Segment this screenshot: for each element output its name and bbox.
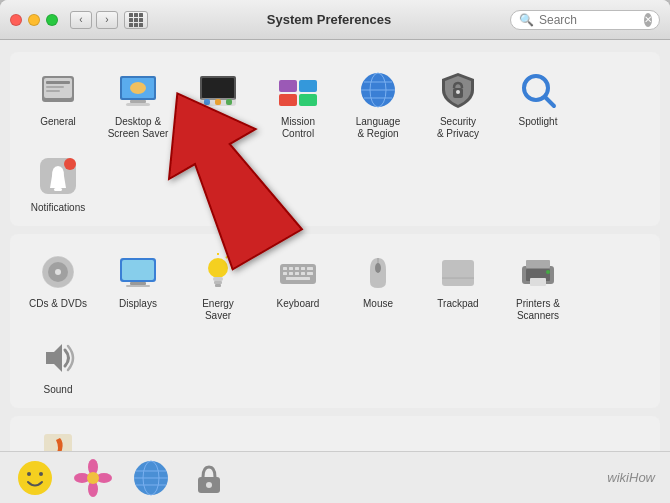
svg-point-40 [208, 258, 228, 278]
dock-label: Dock [207, 116, 230, 128]
pref-item-mission-control[interactable]: MissionControl [260, 62, 336, 144]
bottom-icon-flower [73, 458, 113, 498]
window-title: System Preferences [148, 12, 510, 27]
system-preferences-window: ‹ › System Preferences 🔍 ✕ [0, 0, 670, 503]
pref-item-language-region[interactable]: Language& Region [340, 62, 416, 144]
svg-point-67 [546, 270, 550, 274]
pref-item-notifications[interactable]: Notifications [20, 148, 96, 218]
svg-point-30 [64, 158, 76, 170]
svg-point-85 [18, 461, 52, 495]
pref-item-security-privacy[interactable]: Security& Privacy [420, 62, 496, 144]
svg-point-34 [55, 269, 61, 275]
search-icon: 🔍 [519, 13, 534, 27]
general-icon [36, 68, 80, 112]
pref-item-energy-saver[interactable]: EnergySaver [180, 244, 256, 326]
pref-item-trackpad[interactable]: Trackpad [420, 244, 496, 326]
clear-search-button[interactable]: ✕ [644, 13, 652, 27]
bottom-bar: wikiHow [0, 451, 670, 503]
svg-line-45 [226, 256, 228, 258]
spotlight-icon [516, 68, 560, 112]
hardware-section: CDs & DVDs Displays [10, 234, 660, 408]
mouse-icon [356, 250, 400, 294]
notifications-label: Notifications [31, 202, 85, 214]
language-region-icon [356, 68, 400, 112]
wikihow-watermark: wikiHow [607, 470, 655, 485]
pref-item-printers-scanners[interactable]: Printers &Scanners [500, 244, 576, 326]
svg-rect-43 [215, 284, 221, 287]
svg-rect-57 [307, 272, 313, 275]
pref-item-keyboard[interactable]: Keyboard [260, 244, 336, 326]
svg-point-9 [130, 82, 146, 94]
svg-rect-42 [214, 281, 222, 284]
svg-rect-13 [204, 99, 210, 105]
pref-item-sound[interactable]: Sound [20, 330, 96, 400]
cds-dvds-label: CDs & DVDs [29, 298, 87, 310]
svg-rect-4 [46, 90, 60, 92]
svg-point-100 [206, 482, 212, 488]
bottom-icon-smiley [15, 458, 55, 498]
svg-line-28 [545, 97, 554, 106]
svg-point-86 [27, 472, 31, 476]
pref-item-desktop-screen-saver[interactable]: Desktop &Screen Saver [100, 62, 176, 144]
pref-item-spotlight[interactable]: Spotlight [500, 62, 576, 144]
energy-saver-label: EnergySaver [202, 298, 234, 322]
trackpad-label: Trackpad [437, 298, 478, 310]
pref-item-mouse[interactable]: Mouse [340, 244, 416, 326]
svg-rect-61 [442, 260, 474, 286]
svg-rect-49 [289, 267, 293, 270]
close-button[interactable] [10, 14, 22, 26]
svg-rect-58 [286, 277, 310, 280]
pref-item-general[interactable]: General [20, 62, 96, 144]
spotlight-label: Spotlight [519, 116, 558, 128]
mission-control-icon [276, 68, 320, 112]
notifications-icon [36, 154, 80, 198]
svg-rect-55 [295, 272, 299, 275]
fullscreen-button[interactable] [46, 14, 58, 26]
svg-rect-37 [122, 260, 154, 280]
svg-rect-7 [130, 100, 146, 103]
minimize-button[interactable] [28, 14, 40, 26]
svg-rect-66 [530, 278, 546, 286]
svg-rect-19 [299, 94, 317, 106]
printers-scanners-label: Printers &Scanners [516, 298, 560, 322]
search-bar[interactable]: 🔍 ✕ [510, 10, 660, 30]
pref-item-displays[interactable]: Displays [100, 244, 176, 326]
svg-rect-53 [283, 272, 287, 275]
keyboard-label: Keyboard [277, 298, 320, 310]
svg-rect-11 [202, 78, 234, 98]
personal-section: General Desktop &Screen Saver [10, 52, 660, 226]
titlebar: ‹ › System Preferences 🔍 ✕ [0, 0, 670, 40]
sound-label: Sound [44, 384, 73, 396]
traffic-lights [10, 14, 58, 26]
security-privacy-label: Security& Privacy [437, 116, 479, 140]
pref-item-dock[interactable]: Dock [180, 62, 256, 144]
svg-rect-50 [295, 267, 299, 270]
svg-point-60 [375, 263, 381, 273]
cds-dvds-icon [36, 250, 80, 294]
pref-item-cds-dvds[interactable]: CDs & DVDs [20, 244, 96, 326]
security-privacy-icon [436, 68, 480, 112]
dock-icon [196, 68, 240, 112]
svg-rect-54 [289, 272, 293, 275]
svg-rect-41 [213, 277, 223, 281]
svg-rect-56 [301, 272, 305, 275]
svg-rect-38 [130, 282, 146, 285]
general-label: General [40, 116, 76, 128]
back-button[interactable]: ‹ [70, 11, 92, 29]
svg-rect-17 [299, 80, 317, 92]
svg-rect-8 [126, 103, 150, 106]
svg-point-93 [87, 472, 99, 484]
desktop-screen-saver-label: Desktop &Screen Saver [108, 116, 169, 140]
svg-rect-51 [301, 267, 305, 270]
mission-control-label: MissionControl [281, 116, 315, 140]
sound-icon [36, 336, 80, 380]
desktop-screen-saver-icon [116, 68, 160, 112]
printers-scanners-icon [516, 250, 560, 294]
grid-view-button[interactable] [124, 11, 148, 29]
svg-rect-48 [283, 267, 287, 270]
svg-rect-65 [526, 260, 550, 268]
forward-button[interactable]: › [96, 11, 118, 29]
bottom-icon-lock [189, 458, 229, 498]
search-input[interactable] [539, 13, 639, 27]
svg-rect-15 [226, 99, 232, 105]
